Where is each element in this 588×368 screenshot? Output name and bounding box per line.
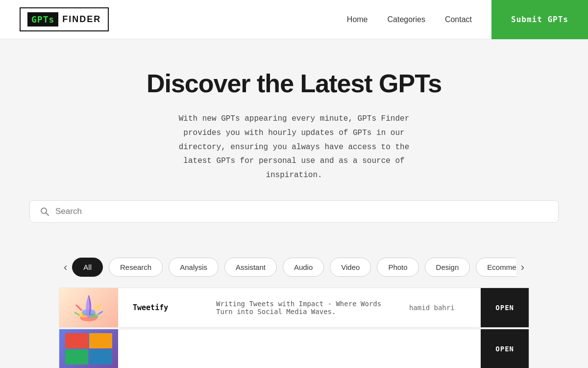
hero-subtitle: With new GPTs appearing every minute, GP… xyxy=(118,112,470,183)
logo-gpts: GPTs xyxy=(27,12,58,26)
search-icon xyxy=(40,207,49,216)
filter-tag-assistant[interactable]: Assistant xyxy=(224,258,277,277)
card-open-button[interactable]: OPEN xyxy=(481,329,529,368)
filter-next-button[interactable]: › xyxy=(516,257,529,278)
card-description: Writing Tweets with Impact - Where Words… xyxy=(201,300,397,315)
search-container xyxy=(29,200,559,223)
filter-tag-video[interactable]: Video xyxy=(330,258,371,277)
svg-line-7 xyxy=(96,304,101,309)
filter-tag-all[interactable]: All xyxy=(72,258,103,277)
card-content-tweetify: TweetifyWriting Tweets with Impact - Whe… xyxy=(118,300,481,315)
nav-contact[interactable]: Contact xyxy=(445,15,472,24)
search-input[interactable] xyxy=(55,207,548,216)
svg-line-9 xyxy=(98,312,102,314)
svg-line-1 xyxy=(46,213,49,215)
card-title: Tweetify xyxy=(133,303,201,312)
card-image-card2 xyxy=(59,329,118,368)
logo[interactable]: GPTs FINDER xyxy=(20,7,109,31)
nav-links: Home Categories Contact Submit GPTs xyxy=(347,0,588,39)
hero-title: Discover the Latest GPTs xyxy=(29,69,559,98)
card-author: hamid bahri xyxy=(397,304,466,312)
svg-line-6 xyxy=(76,305,81,310)
filter-tag-audio[interactable]: Audio xyxy=(283,258,324,277)
logo-finder: FINDER xyxy=(62,14,101,25)
card-tweetify: TweetifyWriting Tweets with Impact - Whe… xyxy=(59,288,529,328)
second-card-image xyxy=(59,329,118,368)
filter-tag-ecommerce[interactable]: Ecommerce xyxy=(476,258,515,277)
submit-gpts-button[interactable]: Submit GPTs xyxy=(491,0,588,39)
nav-categories[interactable]: Categories xyxy=(388,15,425,24)
filter-tag-analysis[interactable]: Analysis xyxy=(169,258,219,277)
cards-container: TweetifyWriting Tweets with Impact - Whe… xyxy=(59,288,529,368)
svg-line-8 xyxy=(75,313,79,315)
filter-tag-photo[interactable]: Photo xyxy=(377,258,418,277)
filter-tags: AllResearchAnalysisAssistantAudioVideoPh… xyxy=(72,258,515,277)
nav-home[interactable]: Home xyxy=(347,15,368,24)
filter-row: ‹ AllResearchAnalysisAssistantAudioVideo… xyxy=(59,257,529,278)
filter-tag-design[interactable]: Design xyxy=(425,258,470,277)
hero-section: Discover the Latest GPTs With new GPTs a… xyxy=(0,39,588,237)
card-image-tweetify xyxy=(59,288,118,327)
filter-tag-research[interactable]: Research xyxy=(109,258,163,277)
filter-prev-button[interactable]: ‹ xyxy=(59,257,72,278)
card-card2: OPEN xyxy=(59,329,529,368)
navbar: GPTs FINDER Home Categories Contact Subm… xyxy=(0,0,588,39)
card-open-button[interactable]: OPEN xyxy=(481,288,529,327)
tweetify-image xyxy=(59,288,118,327)
